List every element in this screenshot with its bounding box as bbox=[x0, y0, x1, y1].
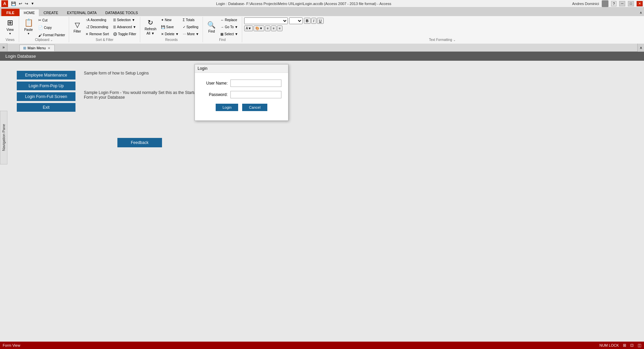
ribbon-group-sort: ▽ Filter ↑A Ascending ↓Z Descending bbox=[69, 17, 140, 42]
main-content-area: Navigation Pane Employee Maintenance Log… bbox=[0, 61, 644, 349]
cut-icon: ✂ bbox=[38, 18, 41, 23]
paste-btn[interactable]: 📋 Paste ▼ bbox=[21, 17, 36, 37]
align-center-btn[interactable]: ≡ bbox=[271, 26, 276, 31]
dialog-title-bar: Login bbox=[195, 64, 288, 73]
select-btn[interactable]: ▦ Select ▼ bbox=[219, 31, 239, 38]
report-view-icon[interactable]: ◫ bbox=[638, 343, 641, 348]
totals-icon: Σ bbox=[183, 18, 185, 22]
app-title: Login : Database- F:\Access Projects\Met… bbox=[36, 2, 572, 6]
advanced-btn[interactable]: ☰ Advanced ▼ bbox=[111, 24, 138, 31]
status-bar: Form View NUM LOCK ⊞ ⊡ ◫ bbox=[0, 342, 644, 349]
tab-label: Main Menu bbox=[28, 46, 46, 50]
help-btn[interactable]: ? bbox=[611, 1, 616, 6]
goto-icon: → bbox=[220, 25, 224, 30]
selection-icon: ☰ bbox=[113, 18, 116, 22]
refresh-btn[interactable]: ↻ Refresh All ▼ bbox=[142, 17, 159, 37]
ribbon-group-find: 🔍 Find ↔ Replace → Go To ▼ ▦ bbox=[203, 17, 242, 42]
print-preview-icon[interactable]: ⊡ bbox=[630, 343, 634, 348]
descending-btn[interactable]: ↓Z Descending bbox=[84, 24, 110, 31]
bold-btn[interactable]: B bbox=[304, 18, 311, 24]
tab-external[interactable]: EXTERNAL DATA bbox=[63, 9, 101, 16]
tab-create[interactable]: CREATE bbox=[39, 9, 63, 16]
username-input[interactable] bbox=[230, 80, 281, 87]
login-dialog: Login User Name: Password: Login Cancel bbox=[195, 64, 288, 121]
save-qa-btn[interactable]: 💾 bbox=[10, 1, 17, 6]
login-form-popup-btn[interactable]: Login Form-Pop Up bbox=[17, 82, 75, 90]
ribbon-collapse-btn[interactable]: ∧ bbox=[637, 9, 644, 16]
replace-btn[interactable]: ↔ Replace bbox=[219, 17, 239, 23]
navigation-pane-tab[interactable]: Navigation Pane bbox=[0, 111, 7, 164]
toggle-filter-btn[interactable]: 🔘 Toggle Filter bbox=[111, 31, 138, 38]
form-view-label: Form View bbox=[3, 343, 20, 347]
dialog-content: User Name: Password: Login Cancel bbox=[195, 73, 288, 120]
selection-btn[interactable]: ☰ Selection ▼ bbox=[111, 17, 138, 23]
tab-close-btn[interactable]: ✕ bbox=[47, 46, 51, 50]
tab-bar: » ⊞ Main Menu ✕ ∧ bbox=[0, 44, 644, 52]
employee-maintenance-btn[interactable]: Employee Maintenance bbox=[17, 71, 75, 80]
maximize-btn[interactable]: □ bbox=[628, 1, 634, 6]
ribbon: FILE HOME CREATE EXTERNAL DATA DATABASE … bbox=[0, 7, 644, 44]
font-color-btn[interactable]: A▼ bbox=[244, 26, 253, 31]
ascending-btn[interactable]: ↑A Ascending bbox=[84, 17, 110, 23]
qa-dropdown-btn[interactable]: ▼ bbox=[30, 1, 35, 6]
more-btn[interactable]: ⋯ More ▼ bbox=[181, 31, 201, 38]
view-btn[interactable]: ⊞ View ▼ bbox=[3, 17, 17, 37]
cut-btn[interactable]: ✂ Cut bbox=[37, 17, 67, 24]
login-form-desc-line1: Sample Login Form - You would normally S… bbox=[84, 90, 198, 95]
sort-filter-group-label: Sort & Filter bbox=[69, 38, 140, 42]
remove-sort-btn[interactable]: ✕ Remove Sort bbox=[84, 31, 110, 38]
minimize-btn[interactable]: ─ bbox=[619, 1, 625, 6]
save-icon: 💾 bbox=[161, 25, 165, 30]
ribbon-group-textformat: B I U A▼ 🎨▼ ≡ ≡ ≡ Text Formatting ⌄ bbox=[242, 17, 643, 42]
font-family-select[interactable] bbox=[244, 17, 288, 24]
tab-home[interactable]: HOME bbox=[19, 9, 39, 16]
delete-btn[interactable]: ✕ Delete ▼ bbox=[159, 31, 180, 38]
ribbon-tab-bar: FILE HOME CREATE EXTERNAL DATA DATABASE … bbox=[0, 7, 644, 16]
clipboard-group-label: Clipboard ⌄ bbox=[19, 38, 69, 42]
copy-btn[interactable]: 📄 Copy bbox=[37, 24, 67, 31]
spelling-btn[interactable]: ✓ Spelling bbox=[181, 24, 201, 31]
tab-file[interactable]: FILE bbox=[1, 9, 19, 16]
redo-qa-btn[interactable]: ↪ bbox=[24, 1, 29, 6]
password-input[interactable] bbox=[230, 91, 281, 98]
bg-color-btn[interactable]: 🎨▼ bbox=[254, 26, 264, 31]
align-btns: B I U bbox=[304, 18, 324, 24]
align-left-btn[interactable]: ≡ bbox=[265, 26, 270, 31]
cancel-btn[interactable]: Cancel bbox=[242, 104, 267, 111]
tab-main-menu[interactable]: ⊞ Main Menu ✕ bbox=[19, 45, 55, 51]
italic-btn[interactable]: I bbox=[311, 18, 316, 24]
save-btn[interactable]: 💾 Save bbox=[159, 24, 180, 31]
goto-btn[interactable]: → Go To ▼ bbox=[219, 24, 239, 31]
find-icon: 🔍 bbox=[207, 21, 216, 29]
user-name: Andres Dominici bbox=[572, 2, 599, 6]
view-icon: ⊞ bbox=[7, 18, 13, 27]
tab-dbtools[interactable]: DATABASE TOOLS bbox=[101, 9, 142, 16]
access-icon: A bbox=[1, 0, 8, 7]
close-btn[interactable]: ✕ bbox=[637, 1, 643, 6]
layout-view-icon[interactable]: ⊞ bbox=[623, 343, 626, 348]
nav-expand-btn[interactable]: » bbox=[0, 43, 7, 51]
more-icon: ⋯ bbox=[183, 32, 186, 37]
new-record-btn[interactable]: ✦ New bbox=[159, 17, 180, 23]
status-right: NUM LOCK ⊞ ⊡ ◫ bbox=[599, 343, 641, 348]
delete-icon: ✕ bbox=[161, 32, 164, 37]
undo-qa-btn[interactable]: ↩ bbox=[18, 1, 23, 6]
descending-icon: ↓Z bbox=[86, 25, 89, 30]
totals-btn[interactable]: Σ Totals bbox=[181, 17, 201, 23]
ribbon-group-clipboard: 📋 Paste ▼ ✂ Cut 📄 Copy bbox=[19, 17, 69, 42]
ribbon-collapse-right-btn[interactable]: ∧ bbox=[637, 44, 644, 52]
user-avatar bbox=[602, 0, 608, 7]
align-right-btn[interactable]: ≡ bbox=[277, 26, 282, 31]
font-size-select[interactable] bbox=[289, 17, 303, 24]
ribbon-group-views: ⊞ View ▼ Views bbox=[1, 17, 19, 42]
find-btn[interactable]: 🔍 Find bbox=[205, 17, 218, 37]
exit-btn[interactable]: Exit bbox=[17, 103, 75, 112]
filter-btn[interactable]: ▽ Filter bbox=[71, 17, 83, 37]
app-window: A 💾 ↩ ↪ ▼ Login : Database- F:\Access Pr… bbox=[0, 0, 644, 349]
login-btn[interactable]: Login bbox=[216, 104, 238, 111]
underline-btn[interactable]: U bbox=[317, 18, 324, 24]
feedback-btn[interactable]: Feedback bbox=[117, 138, 162, 147]
login-form-full-btn[interactable]: Login Form-Full Screen bbox=[17, 92, 75, 101]
login-form-desc-line2: Form in your Database bbox=[84, 95, 198, 100]
replace-icon: ↔ bbox=[220, 18, 224, 22]
